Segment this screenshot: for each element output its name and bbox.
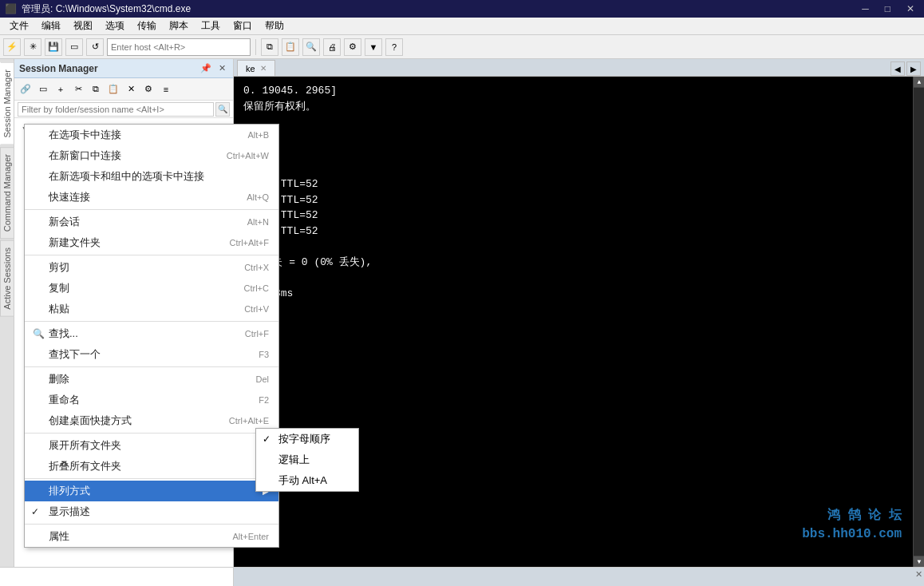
session-filter: 🔍 bbox=[14, 101, 233, 118]
menu-file[interactable]: 文件 bbox=[3, 18, 35, 34]
toolbar-asterisk-icon[interactable]: ✳ bbox=[24, 38, 41, 56]
tab-next-btn[interactable]: ▶ bbox=[906, 61, 921, 76]
scroll-track bbox=[914, 88, 924, 556]
ctx-find-icon: 🔍 bbox=[33, 328, 45, 339]
terminal-scrollbar[interactable]: ▲ ▼ bbox=[913, 77, 924, 567]
toolbar-print-icon[interactable]: 🖨 bbox=[323, 38, 341, 56]
filter-search-btn[interactable]: 🔍 bbox=[215, 102, 230, 117]
ctx-properties-shortcut: Alt+Enter bbox=[232, 532, 269, 541]
ctx-paste[interactable]: 粘贴 Ctrl+V bbox=[25, 299, 278, 319]
sess-menu-btn[interactable]: ≡ bbox=[158, 81, 174, 97]
sess-link-btn[interactable]: 🔗 bbox=[18, 81, 34, 97]
ctx-new-folder-label: 新建文件夹 bbox=[49, 236, 216, 250]
ctx-find[interactable]: 🔍 查找... Ctrl+F bbox=[25, 323, 278, 344]
left-tab-active-sessions[interactable]: Active Sessions bbox=[0, 240, 14, 317]
panel-pin-button[interactable]: 📌 bbox=[199, 62, 212, 75]
ctx-sep-6 bbox=[25, 478, 278, 479]
menu-edit[interactable]: 编辑 bbox=[35, 18, 67, 34]
tab-prev-btn[interactable]: ◀ bbox=[890, 61, 905, 76]
menu-tools[interactable]: 工具 bbox=[195, 18, 227, 34]
toolbar-find-icon[interactable]: 🔍 bbox=[302, 38, 320, 56]
ctx-find-next[interactable]: 查找下一个 F3 bbox=[25, 344, 278, 365]
ctx-sort-by[interactable]: 排列方式 ▶ bbox=[25, 481, 278, 501]
toolbar-separator-1 bbox=[255, 39, 256, 55]
sess-add-btn[interactable]: + bbox=[53, 81, 69, 97]
ctx-connect-window[interactable]: 在新窗口中连接 Ctrl+Alt+W bbox=[25, 145, 278, 166]
ctx-find-label: 查找... bbox=[49, 327, 232, 341]
ctx-collapse-all[interactable]: 折叠所有文件夹 bbox=[25, 456, 278, 477]
ctx-show-description[interactable]: ✓ 显示描述 bbox=[25, 501, 278, 522]
ctx-rename-shortcut: F2 bbox=[259, 395, 269, 405]
sess-copy-btn[interactable]: ⧉ bbox=[88, 81, 104, 97]
ctx-expand-all[interactable]: 展开所有文件夹 bbox=[25, 435, 278, 456]
maximize-button[interactable]: □ bbox=[880, 3, 895, 14]
close-button[interactable]: ✕ bbox=[902, 3, 919, 14]
sess-paste-btn[interactable]: 📋 bbox=[105, 81, 121, 97]
tab-ke[interactable]: ke ✕ bbox=[237, 60, 275, 76]
ctx-copy[interactable]: 复制 Ctrl+C bbox=[25, 278, 278, 299]
toolbar-copy-icon[interactable]: ⧉ bbox=[261, 38, 278, 56]
scroll-down-btn[interactable]: ▼ bbox=[914, 556, 924, 567]
toolbar-box1-icon[interactable]: ▭ bbox=[65, 38, 83, 56]
toolbar-help-icon[interactable]: ? bbox=[385, 38, 403, 56]
submenu-logical[interactable]: 逻辑上 bbox=[256, 449, 358, 470]
ctx-create-shortcut[interactable]: 创建桌面快捷方式 Ctrl+Alt+E bbox=[25, 410, 278, 431]
bottom-left-panel bbox=[0, 568, 234, 586]
filter-input[interactable] bbox=[18, 102, 214, 117]
terminal-line-6: 据: bbox=[243, 161, 914, 177]
toolbar-save-icon[interactable]: 💾 bbox=[45, 38, 62, 56]
sess-window-btn[interactable]: ▭ bbox=[35, 81, 51, 97]
menu-view[interactable]: 视图 bbox=[67, 18, 99, 34]
watermark: 鸿 鹄 论 坛bbs.hh010.com bbox=[802, 507, 902, 543]
ctx-paste-label: 粘贴 bbox=[49, 302, 231, 316]
host-input[interactable] bbox=[107, 38, 251, 56]
sess-delete-btn[interactable]: ✕ bbox=[123, 81, 139, 97]
tab-bar: ke ✕ ◀ ▶ bbox=[234, 59, 924, 77]
submenu-alpha-label: 按字母顺序 bbox=[278, 432, 349, 446]
left-tab-session-manager[interactable]: Session Manager bbox=[0, 62, 14, 145]
context-menu[interactable]: 在选项卡中连接 Alt+B 在新窗口中连接 Ctrl+Alt+W 在新选项卡和组… bbox=[24, 124, 279, 548]
menu-options[interactable]: 选项 bbox=[99, 18, 131, 34]
ctx-cut-shortcut: Ctrl+X bbox=[244, 263, 269, 272]
left-tab-command-manager[interactable]: Command Manager bbox=[0, 147, 14, 239]
ctx-delete[interactable]: 删除 Del bbox=[25, 369, 278, 390]
toolbar-settings-icon[interactable]: ⚙ bbox=[344, 38, 361, 56]
ctx-delete-shortcut: Del bbox=[255, 374, 269, 384]
toolbar-filter-icon[interactable]: ▼ bbox=[365, 38, 382, 56]
terminal-content[interactable]: 0. 19045. 2965] 保留所有权利。 8 据: =43ms TTL=5… bbox=[234, 77, 924, 567]
ctx-new-folder[interactable]: 新建文件夹 Ctrl+Alt+F bbox=[25, 232, 278, 253]
window-controls: ─ □ ✕ bbox=[857, 3, 919, 14]
menu-window[interactable]: 窗口 bbox=[227, 18, 259, 34]
menu-transfer[interactable]: 传输 bbox=[131, 18, 163, 34]
submenu-manual-label: 手动 Alt+A bbox=[278, 473, 349, 488]
sort-submenu[interactable]: ✓ 按字母顺序 逻辑上 手动 Alt+A bbox=[255, 428, 359, 492]
minimize-button[interactable]: ─ bbox=[857, 3, 874, 14]
toolbar-paste-icon[interactable]: 📋 bbox=[282, 38, 299, 56]
ctx-rename[interactable]: 重命名 F2 bbox=[25, 390, 278, 410]
ctx-sort-by-label: 排列方式 bbox=[49, 484, 259, 498]
ctx-cut[interactable]: 剪切 Ctrl+X bbox=[25, 257, 278, 278]
ctx-connect-tab-group[interactable]: 在新选项卡和组中的选项卡中连接 bbox=[25, 166, 278, 187]
ctx-create-shortcut-shortcut: Ctrl+Alt+E bbox=[229, 416, 269, 426]
panel-close-button[interactable]: ✕ bbox=[215, 62, 228, 75]
ctx-find-shortcut: Ctrl+F bbox=[245, 329, 269, 339]
bottom-panel-close-btn[interactable]: ✕ bbox=[915, 569, 922, 580]
scroll-up-btn[interactable]: ▲ bbox=[914, 77, 924, 88]
ctx-properties[interactable]: 属性 Alt+Enter bbox=[25, 526, 278, 547]
ctx-rename-label: 重命名 bbox=[49, 393, 246, 407]
sess-cut-btn[interactable]: ✂ bbox=[70, 81, 86, 97]
submenu-manual[interactable]: 手动 Alt+A bbox=[256, 470, 358, 491]
ctx-create-shortcut-label: 创建桌面快捷方式 bbox=[49, 414, 216, 428]
ctx-new-session[interactable]: 新会话 Alt+N bbox=[25, 212, 278, 232]
sess-settings-btn[interactable]: ⚙ bbox=[140, 81, 156, 97]
toolbar-refresh-icon[interactable]: ↺ bbox=[86, 38, 104, 56]
toolbar-flash-icon[interactable]: ⚡ bbox=[3, 38, 21, 56]
menu-help[interactable]: 帮助 bbox=[259, 18, 290, 34]
ctx-sep-4 bbox=[25, 366, 278, 367]
tab-ke-close[interactable]: ✕ bbox=[260, 64, 267, 73]
title-text: 管理员: C:\Windows\System32\cmd.exe bbox=[22, 2, 191, 16]
menu-script[interactable]: 脚本 bbox=[163, 18, 195, 34]
submenu-alpha[interactable]: ✓ 按字母顺序 bbox=[256, 429, 358, 449]
ctx-quick-connect[interactable]: 快速连接 Alt+Q bbox=[25, 187, 278, 208]
ctx-connect-tab[interactable]: 在选项卡中连接 Alt+B bbox=[25, 125, 278, 145]
